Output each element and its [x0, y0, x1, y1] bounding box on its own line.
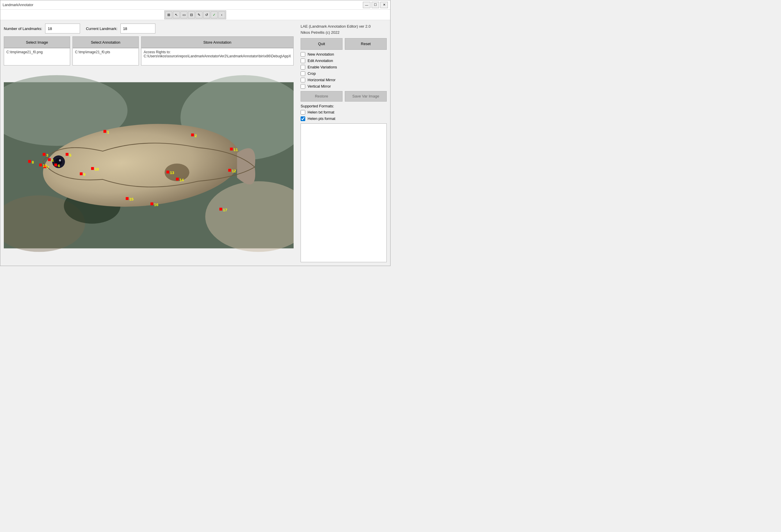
- restore-button[interactable]: Restore: [300, 91, 342, 101]
- svg-text:10: 10: [94, 167, 99, 171]
- svg-text:13: 13: [170, 170, 174, 175]
- svg-text:4: 4: [51, 158, 54, 163]
- edit-annotation-label: Edit Annotation: [307, 58, 333, 63]
- svg-rect-22: [54, 164, 57, 166]
- restore-save-row: Restore Save Var Image: [300, 91, 387, 101]
- quit-button[interactable]: Quit: [300, 38, 342, 50]
- toolbar-rotate-btn[interactable]: ↺: [203, 11, 210, 18]
- app-info-line2: Nikos Petrellis (c) 2022: [300, 30, 387, 36]
- app-info-line1: LAE (Landmark Annotation Editor) ver 2.0: [300, 24, 387, 30]
- current-landmark-label: Current Landmark:: [86, 27, 117, 31]
- select-annotation-button[interactable]: Select Annotation: [73, 36, 139, 48]
- enable-variations-label: Enable Variations: [307, 65, 337, 69]
- minimize-button[interactable]: —: [363, 2, 370, 8]
- helen-pts-item[interactable]: Helen pts format: [300, 116, 387, 121]
- select-image-group: Select Image C:\tmp\image21_f0.png: [4, 36, 70, 66]
- svg-text:2: 2: [195, 133, 197, 138]
- enable-variations-checkbox[interactable]: [300, 65, 305, 70]
- formats-title: Supported Formats:: [300, 104, 387, 108]
- toolbar-check-btn[interactable]: ✓: [211, 11, 218, 18]
- svg-rect-34: [228, 169, 231, 172]
- app-info: LAE (Landmark Annotation Editor) ver 2.0…: [300, 24, 387, 36]
- current-landmark-group: Current Landmark:: [86, 24, 155, 34]
- num-landmarks-group: Number of Landmarks:: [4, 24, 80, 34]
- svg-rect-32: [230, 148, 233, 151]
- new-annotation-checkbox[interactable]: [300, 52, 305, 57]
- svg-text:3: 3: [46, 153, 48, 157]
- horizontal-mirror-item[interactable]: Horizontal Mirror: [300, 78, 387, 82]
- crop-label: Crop: [307, 71, 316, 76]
- store-annotation-button[interactable]: Store Annotation: [141, 36, 294, 48]
- title-bar: LandmarkAnnotator — ☐ ✕: [0, 0, 390, 10]
- svg-text:9: 9: [83, 172, 85, 177]
- svg-text:1: 1: [107, 130, 110, 134]
- toolbar-arrow-btn[interactable]: ↖: [173, 11, 180, 18]
- image-path-display: C:\tmp\image21_f0.png: [4, 48, 70, 66]
- new-annotation-item[interactable]: New Annotation: [300, 52, 387, 57]
- svg-text:7: 7: [47, 165, 49, 170]
- svg-rect-46: [39, 164, 42, 166]
- bottom-info-box: [300, 123, 387, 262]
- current-landmark-input[interactable]: [120, 24, 155, 34]
- svg-rect-12: [104, 130, 107, 133]
- svg-rect-36: [166, 170, 169, 173]
- svg-text:8: 8: [32, 160, 34, 164]
- select-image-button[interactable]: Select Image: [4, 36, 70, 48]
- num-landmarks-input[interactable]: [45, 24, 80, 34]
- action-buttons-row: Select Image C:\tmp\image21_f0.png Selec…: [4, 36, 294, 66]
- vertical-mirror-label: Vertical Mirror: [307, 84, 331, 88]
- edit-annotation-checkbox[interactable]: [300, 58, 305, 63]
- landmarks-row: Number of Landmarks: Current Landmark:: [4, 24, 294, 34]
- main-window: LandmarkAnnotator — ☐ ✕ ⊞ ↖ ▭ ⊟ ✎ ↺ ✓ ‹ …: [0, 0, 390, 266]
- svg-rect-28: [80, 172, 83, 175]
- svg-rect-38: [176, 178, 179, 181]
- svg-rect-14: [191, 133, 194, 136]
- toolbar-edit-btn[interactable]: ✎: [196, 11, 203, 18]
- maximize-button[interactable]: ☐: [372, 2, 379, 8]
- toolbar-rect-btn[interactable]: ▭: [180, 11, 188, 18]
- helen-pts-checkbox[interactable]: [300, 116, 305, 121]
- image-display-area: 1 2 3 4 5 6: [4, 69, 294, 262]
- formats-section: Supported Formats: Helen txt format Hele…: [300, 104, 387, 121]
- helen-pts-label: Helen pts format: [307, 116, 335, 121]
- svg-point-10: [59, 159, 61, 161]
- svg-text:11: 11: [234, 148, 238, 152]
- svg-text:14: 14: [179, 178, 184, 182]
- svg-rect-26: [28, 160, 31, 163]
- toolbar-back-btn[interactable]: ‹: [218, 11, 225, 18]
- toolbar-grid-btn[interactable]: ⊞: [165, 11, 172, 18]
- helen-txt-label: Helen txt format: [307, 110, 334, 114]
- store-path-display: Access Rights to: C:\Users\nikos\source\…: [141, 48, 294, 66]
- toolbar: ⊞ ↖ ▭ ⊟ ✎ ↺ ✓ ‹: [0, 10, 390, 20]
- horizontal-mirror-checkbox[interactable]: [300, 78, 305, 82]
- helen-txt-item[interactable]: Helen txt format: [300, 110, 387, 115]
- vertical-mirror-item[interactable]: Vertical Mirror: [300, 84, 387, 89]
- svg-rect-42: [151, 203, 153, 205]
- format-checkboxes: Helen txt format Helen pts format: [300, 110, 387, 121]
- main-area: Number of Landmarks: Current Landmark: S…: [0, 20, 297, 266]
- crop-checkbox[interactable]: [300, 71, 305, 76]
- close-button[interactable]: ✕: [380, 2, 388, 8]
- store-annotation-group: Store Annotation Access Rights to: C:\Us…: [141, 36, 294, 66]
- select-annotation-group: Select Annotation C:\tmp\image21_f0.pts: [73, 36, 139, 66]
- enable-variations-item[interactable]: Enable Variations: [300, 65, 387, 70]
- horizontal-mirror-label: Horizontal Mirror: [307, 78, 335, 82]
- right-panel: LAE (Landmark Annotation Editor) ver 2.0…: [297, 20, 390, 266]
- svg-rect-18: [48, 158, 51, 161]
- toolbar-minus-btn[interactable]: ⊟: [188, 11, 195, 18]
- svg-rect-16: [43, 153, 46, 156]
- vertical-mirror-checkbox[interactable]: [300, 84, 305, 89]
- svg-rect-20: [66, 153, 69, 156]
- svg-text:6: 6: [58, 164, 60, 168]
- edit-annotation-item[interactable]: Edit Annotation: [300, 58, 387, 63]
- svg-rect-44: [219, 208, 222, 211]
- fish-canvas: 1 2 3 4 5 6: [4, 69, 294, 262]
- reset-button[interactable]: Reset: [345, 38, 387, 50]
- annotation-checkboxes: New Annotation Edit Annotation Enable Va…: [300, 52, 387, 89]
- crop-item[interactable]: Crop: [300, 71, 387, 76]
- save-var-image-button[interactable]: Save Var Image: [345, 91, 387, 101]
- num-landmarks-label: Number of Landmarks:: [4, 27, 42, 31]
- svg-rect-40: [126, 197, 129, 200]
- quit-reset-row: Quit Reset: [300, 38, 387, 50]
- helen-txt-checkbox[interactable]: [300, 110, 305, 115]
